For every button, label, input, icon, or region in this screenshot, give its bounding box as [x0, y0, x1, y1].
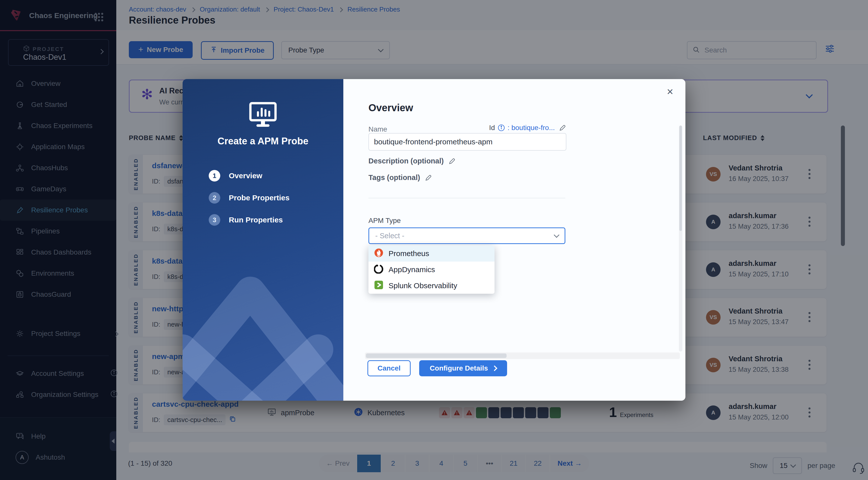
edit-pencil-icon[interactable] — [559, 124, 566, 132]
modal-content: × Overview Name Id : boutique-fro... Des… — [343, 79, 685, 401]
step-overview[interactable]: 1 Overview — [209, 170, 289, 182]
prometheus-icon — [374, 248, 383, 259]
step-run-properties[interactable]: 3 Run Properties — [209, 214, 289, 226]
probe-id-value[interactable]: : boutique-fro... — [507, 124, 555, 132]
edit-pencil-icon[interactable] — [448, 157, 456, 165]
harness-watermark — [183, 254, 343, 401]
probe-id-row: Id : boutique-fro... — [368, 124, 566, 132]
modal-footer: Cancel Configure Details — [367, 360, 507, 376]
apm-type-label: APM Type — [368, 217, 401, 225]
configure-details-button[interactable]: Configure Details — [419, 360, 507, 376]
option-splunk-observability[interactable]: Splunk Observability — [368, 278, 495, 294]
apm-type-select[interactable]: - Select - — [368, 227, 565, 244]
section-divider — [368, 198, 565, 198]
modal-scrollbar[interactable] — [679, 126, 682, 351]
cancel-button[interactable]: Cancel — [367, 360, 411, 376]
modal-heading: Overview — [368, 102, 413, 114]
chevron-right-icon — [492, 365, 498, 371]
apm-type-dropdown: Prometheus AppDynamics Splunk Observabil… — [368, 246, 495, 294]
wizard-title: Create a APM Probe — [183, 136, 343, 147]
step-probe-properties[interactable]: 2 Probe Properties — [209, 192, 289, 203]
chevron-down-icon — [554, 232, 560, 238]
create-apm-probe-modal: Create a APM Probe 1 Overview 2 Probe Pr… — [183, 79, 685, 401]
option-prometheus[interactable]: Prometheus — [368, 246, 495, 262]
probe-name-input[interactable] — [368, 133, 566, 151]
wizard-panel: Create a APM Probe 1 Overview 2 Probe Pr… — [183, 79, 343, 401]
splunk-icon — [374, 280, 383, 291]
appdynamics-icon — [374, 264, 383, 276]
option-appdynamics[interactable]: AppDynamics — [368, 262, 495, 278]
chaos-engineering-app: Chaos Engineering PROJECT Chaos-Dev1 — [0, 0, 868, 480]
edit-pencil-icon[interactable] — [425, 174, 432, 182]
close-icon[interactable]: × — [667, 86, 673, 97]
tags-label: Tags (optional) — [368, 173, 432, 182]
info-icon[interactable] — [498, 124, 505, 132]
wizard-steps: 1 Overview 2 Probe Properties 3 Run Prop… — [209, 170, 289, 226]
description-label: Description (optional) — [368, 157, 456, 165]
modal-horizontal-scrollbar[interactable] — [365, 352, 680, 359]
apm-monitor-icon — [248, 101, 278, 130]
